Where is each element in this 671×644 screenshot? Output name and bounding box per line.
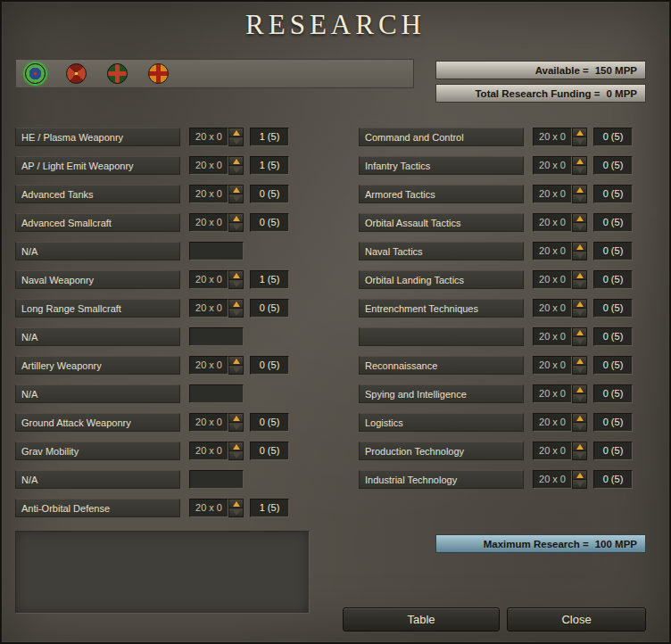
decrease-funding-button[interactable] xyxy=(572,393,587,403)
decrease-funding-button[interactable] xyxy=(228,508,244,517)
research-cost-box: 20 x 0 xyxy=(533,356,572,375)
increase-funding-button[interactable] xyxy=(572,270,587,279)
research-level-count: 0 (5) xyxy=(593,213,633,232)
increase-funding-button[interactable] xyxy=(572,156,587,165)
faction-flag-4-icon[interactable] xyxy=(148,63,169,84)
decrease-funding-button[interactable] xyxy=(228,308,244,318)
increase-funding-button[interactable] xyxy=(572,299,587,308)
research-category-label: Naval Tactics xyxy=(359,242,524,260)
up-arrow-icon xyxy=(576,216,584,221)
decrease-funding-button[interactable] xyxy=(572,136,587,146)
research-column-left: HE / Plasma Weaponry 20 x 0 1 (5) AP / L… xyxy=(15,128,310,527)
decrease-funding-button[interactable] xyxy=(572,279,587,289)
increase-funding-button[interactable] xyxy=(572,185,587,194)
research-row: Industrial Technology 20 x 0 0 (5) xyxy=(359,470,653,489)
increase-funding-button[interactable] xyxy=(228,156,244,165)
decrease-funding-button[interactable] xyxy=(228,365,244,375)
research-cost-box: 20 x 0 xyxy=(533,299,572,318)
decrease-funding-button[interactable] xyxy=(572,194,587,203)
up-arrow-icon xyxy=(233,159,240,164)
decrease-funding-button[interactable] xyxy=(228,136,244,146)
up-arrow-icon xyxy=(576,387,584,392)
research-row: Armored Tactics 20 x 0 0 (5) xyxy=(359,185,653,203)
decrease-funding-button[interactable] xyxy=(572,308,587,318)
research-row: N/A xyxy=(15,470,310,489)
decrease-funding-button[interactable] xyxy=(228,194,244,203)
increase-funding-button[interactable] xyxy=(228,270,244,279)
description-panel xyxy=(15,531,310,614)
research-cost-box xyxy=(189,327,244,346)
increase-funding-button[interactable] xyxy=(572,470,587,479)
research-cost-box: 20 x 0 xyxy=(533,128,572,146)
research-spinner xyxy=(228,213,244,232)
research-row: Grav Mobility 20 x 0 0 (5) xyxy=(15,442,310,460)
decrease-funding-button[interactable] xyxy=(228,450,244,460)
decrease-funding-button[interactable] xyxy=(572,479,587,489)
decrease-funding-button[interactable] xyxy=(572,422,587,432)
faction-flag-1-icon[interactable] xyxy=(25,63,46,84)
research-spinner xyxy=(228,442,244,460)
increase-funding-button[interactable] xyxy=(228,499,244,508)
research-cost-box: 20 x 0 xyxy=(189,442,228,460)
increase-funding-button[interactable] xyxy=(228,356,244,365)
up-arrow-icon xyxy=(576,359,584,364)
research-category-label: N/A xyxy=(15,242,180,260)
research-row: Anti-Orbital Defense 20 x 0 1 (5) xyxy=(15,499,310,517)
research-cost-box: 20 x 0 xyxy=(533,470,572,489)
down-arrow-icon xyxy=(576,453,584,458)
research-spinner xyxy=(572,270,587,289)
increase-funding-button[interactable] xyxy=(228,128,244,136)
decrease-funding-button[interactable] xyxy=(572,450,587,460)
decrease-funding-button[interactable] xyxy=(572,165,587,175)
faction-flag-bar xyxy=(15,59,414,88)
increase-funding-button[interactable] xyxy=(572,442,587,450)
table-button[interactable]: Table xyxy=(343,607,500,632)
decrease-funding-button[interactable] xyxy=(228,279,244,289)
research-cost-box xyxy=(189,242,244,260)
research-level-count: 0 (5) xyxy=(250,413,289,432)
maximum-label: Maximum Research = xyxy=(484,539,589,549)
decrease-funding-button[interactable] xyxy=(228,165,244,175)
decrease-funding-button[interactable] xyxy=(572,336,587,346)
research-spinner xyxy=(572,384,587,403)
research-cost-box: 20 x 0 xyxy=(533,213,572,232)
up-arrow-icon xyxy=(233,130,240,136)
faction-flag-2-icon[interactable] xyxy=(66,63,87,84)
down-arrow-icon xyxy=(233,510,240,516)
decrease-funding-button[interactable] xyxy=(228,422,244,432)
down-arrow-icon xyxy=(576,168,584,173)
increase-funding-button[interactable] xyxy=(572,413,587,422)
increase-funding-button[interactable] xyxy=(228,213,244,222)
increase-funding-button[interactable] xyxy=(572,327,587,336)
decrease-funding-button[interactable] xyxy=(572,222,587,232)
decrease-funding-button[interactable] xyxy=(228,222,244,232)
down-arrow-icon xyxy=(233,367,240,373)
increase-funding-button[interactable] xyxy=(572,213,587,222)
decrease-funding-button[interactable] xyxy=(572,251,587,260)
increase-funding-button[interactable] xyxy=(572,384,587,393)
increase-funding-button[interactable] xyxy=(572,128,587,136)
increase-funding-button[interactable] xyxy=(572,356,587,365)
down-arrow-icon xyxy=(576,196,584,202)
increase-funding-button[interactable] xyxy=(572,242,587,251)
research-row: HE / Plasma Weaponry 20 x 0 1 (5) xyxy=(15,128,310,146)
research-row: Entrenchment Techniques 20 x 0 0 (5) xyxy=(359,299,653,318)
research-category-label: Armored Tactics xyxy=(359,185,524,203)
down-arrow-icon xyxy=(576,253,584,259)
increase-funding-button[interactable] xyxy=(228,185,244,194)
close-button[interactable]: Close xyxy=(507,607,646,632)
up-arrow-icon xyxy=(233,216,240,221)
up-arrow-icon xyxy=(576,159,584,164)
increase-funding-button[interactable] xyxy=(228,299,244,308)
research-category-label: Long Range Smallcraft xyxy=(15,299,180,318)
page-title: RESEARCH xyxy=(2,9,669,41)
faction-flag-3-icon[interactable] xyxy=(107,63,128,84)
research-category-label: Orbital Assault Tactics xyxy=(359,213,524,232)
down-arrow-icon xyxy=(576,139,584,144)
increase-funding-button[interactable] xyxy=(228,413,244,422)
increase-funding-button[interactable] xyxy=(228,442,244,450)
research-spinner xyxy=(228,156,244,175)
decrease-funding-button[interactable] xyxy=(572,365,587,375)
research-category-label: Orbital Landing Tactics xyxy=(359,270,524,289)
research-row: Orbital Landing Tactics 20 x 0 0 (5) xyxy=(359,270,653,289)
